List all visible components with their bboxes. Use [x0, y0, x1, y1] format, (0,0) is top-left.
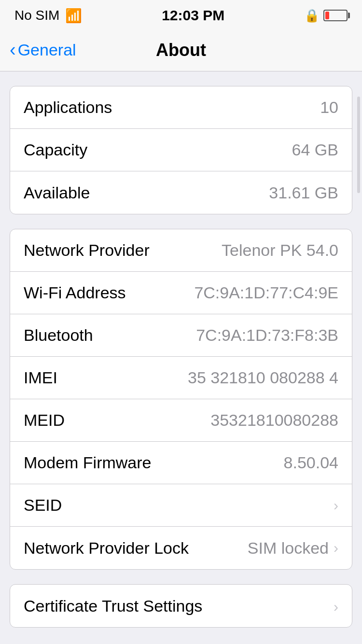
- carrier-text: No SIM: [14, 8, 59, 23]
- row-label-network-provider-lock: Network Provider Lock: [24, 539, 189, 558]
- scrollbar[interactable]: [357, 97, 360, 193]
- table-row: IMEI 35 321810 080288 4: [10, 357, 352, 399]
- table-row: Capacity 64 GB: [10, 129, 352, 171]
- row-label-bluetooth: Bluetooth: [24, 326, 93, 345]
- table-row: Modem Firmware 8.50.04: [10, 442, 352, 484]
- sim-locked-text: SIM locked: [248, 539, 329, 558]
- row-value-capacity: 64 GB: [292, 140, 338, 159]
- table-row: MEID 35321810080288: [10, 399, 352, 442]
- row-value-modem-firmware: 8.50.04: [284, 453, 338, 472]
- lock-icon: 🔒: [304, 8, 320, 23]
- chevron-right-icon: ›: [334, 540, 338, 556]
- table-row: Network Provider Telenor PK 54.0: [10, 229, 352, 272]
- status-bar: No SIM 📶 12:03 PM 🔒: [0, 0, 362, 29]
- row-label-wifi-address: Wi-Fi Address: [24, 283, 126, 302]
- nav-bar: ‹ General About: [0, 29, 362, 71]
- status-right: 🔒: [304, 8, 348, 23]
- table-row: Applications 10: [10, 86, 352, 129]
- status-left: No SIM 📶: [14, 8, 82, 24]
- row-value-imei: 35 321810 080288 4: [188, 368, 338, 387]
- back-label: General: [18, 41, 76, 59]
- table-row-network-provider-lock[interactable]: Network Provider Lock SIM locked ›: [10, 527, 352, 569]
- wifi-icon: 📶: [65, 8, 82, 24]
- row-value-available: 31.61 GB: [269, 183, 338, 202]
- row-label-meid: MEID: [24, 411, 65, 430]
- row-value-bluetooth: 7C:9A:1D:73:F8:3B: [196, 326, 338, 345]
- row-label-certificate: Certificate Trust Settings: [24, 597, 202, 616]
- table-row: Wi-Fi Address 7C:9A:1D:77:C4:9E: [10, 272, 352, 314]
- row-value-network-provider-lock: SIM locked ›: [248, 539, 338, 558]
- row-label-imei: IMEI: [24, 368, 57, 387]
- row-label-modem-firmware: Modem Firmware: [24, 453, 151, 472]
- back-chevron-icon: ‹: [10, 40, 16, 60]
- row-label-network-provider: Network Provider: [24, 241, 150, 260]
- top-section: Applications 10 Capacity 64 GB Available…: [10, 86, 352, 214]
- row-value-seid: ›: [334, 497, 338, 514]
- row-value-applications: 10: [320, 98, 338, 117]
- bottom-section: Certificate Trust Settings ›: [10, 584, 352, 628]
- status-time: 12:03 PM: [162, 7, 224, 24]
- row-value-wifi-address: 7C:9A:1D:77:C4:9E: [194, 283, 338, 302]
- battery-fill: [325, 12, 329, 19]
- page-title: About: [156, 40, 206, 60]
- back-button[interactable]: ‹ General: [10, 40, 76, 60]
- table-row-seid[interactable]: SEID ›: [10, 484, 352, 527]
- row-label-capacity: Capacity: [24, 140, 87, 159]
- table-row-certificate[interactable]: Certificate Trust Settings ›: [10, 585, 352, 627]
- row-value-certificate: ›: [334, 597, 338, 616]
- row-label-applications: Applications: [24, 98, 112, 117]
- chevron-right-icon: ›: [334, 497, 338, 514]
- table-row: Available 31.61 GB: [10, 171, 352, 214]
- content-area: Applications 10 Capacity 64 GB Available…: [0, 86, 362, 628]
- battery-icon: [323, 10, 348, 21]
- row-value-network-provider: Telenor PK 54.0: [222, 241, 338, 260]
- row-value-meid: 35321810080288: [210, 411, 338, 430]
- row-label-available: Available: [24, 183, 90, 202]
- table-row: Bluetooth 7C:9A:1D:73:F8:3B: [10, 314, 352, 357]
- row-label-seid: SEID: [24, 496, 62, 515]
- chevron-right-icon: ›: [334, 599, 338, 615]
- network-section: Network Provider Telenor PK 54.0 Wi-Fi A…: [10, 229, 352, 570]
